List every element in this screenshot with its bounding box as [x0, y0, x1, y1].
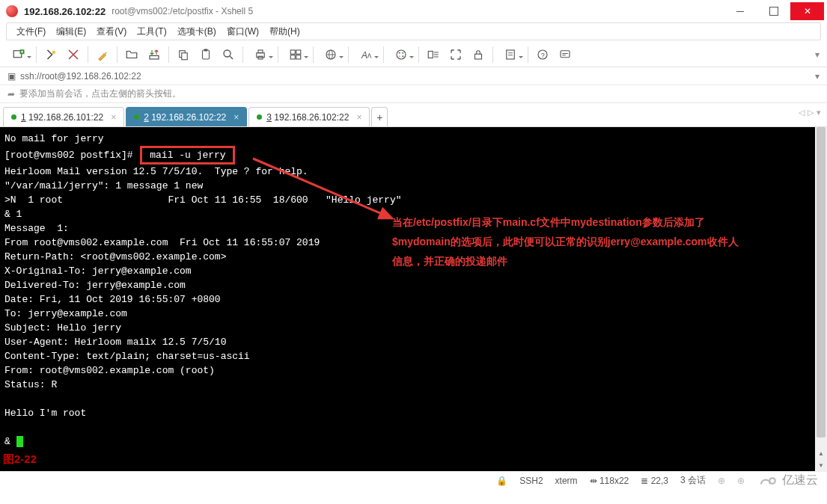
open-button[interactable]	[120, 44, 143, 65]
terminal-line: User-Agent: Heirloom mailx 12.5 7/5/10	[4, 335, 823, 349]
new-session-button[interactable]	[4, 44, 33, 65]
tab-3[interactable]: 3 192.168.26.102:22 ×	[248, 107, 370, 126]
disconnect-button[interactable]	[62, 44, 85, 65]
svg-rect-14	[290, 55, 295, 58]
menu-file[interactable]: 文件(F)	[11, 24, 51, 40]
status-bar: 🔒 SSH2 xterm ⇹ 118x22 ≣ 22,3 3 会话 ⊕ ⊕ 亿速…	[0, 471, 827, 489]
script-button[interactable]	[496, 44, 525, 65]
svg-rect-9	[257, 52, 265, 57]
lock-icon: 🔒	[496, 476, 507, 486]
tab-2-active[interactable]: 2 192.168.26.102:22 ×	[126, 107, 247, 126]
session-mgr-button[interactable]	[422, 44, 445, 65]
status-dot-icon	[257, 114, 262, 120]
address-url[interactable]: ssh://root@192.168.26.102:22	[20, 71, 141, 82]
menu-view[interactable]: 查看(V)	[91, 24, 132, 40]
tab-strip: 1 192.168.26.101:22 × 2 192.168.26.102:2…	[0, 103, 827, 127]
terminal-line: Subject: Hello jerry	[4, 321, 823, 335]
status-dot-icon	[134, 114, 139, 120]
lock-button[interactable]	[467, 44, 489, 65]
compose-button[interactable]	[554, 44, 576, 65]
tab-close-icon[interactable]: ×	[111, 112, 116, 123]
status-sessions: 3 会话	[680, 474, 706, 487]
terminal-line: "/var/mail/jerry": 1 message 1 new	[4, 179, 823, 193]
tab-close-icon[interactable]: ×	[356, 112, 361, 123]
svg-point-8	[224, 50, 231, 57]
address-bar: ▣ ssh://root@192.168.26.102:22 ▾	[0, 67, 827, 85]
status-proto: SSH2	[519, 476, 543, 486]
address-icon: ▣	[7, 71, 16, 82]
hint-text: 要添加当前会话，点击左侧的箭头按钮。	[19, 87, 181, 100]
color-scheme-button[interactable]	[387, 44, 415, 65]
tab-1[interactable]: 1 192.168.26.101:22 ×	[3, 107, 124, 126]
menubar: 文件(F) 编辑(E) 查看(V) 工具(T) 选项卡(B) 窗口(W) 帮助(…	[6, 22, 821, 40]
print-button[interactable]	[246, 44, 275, 65]
tab-nav-arrows: ◁ ▷ ▾	[799, 108, 821, 117]
annotation-text: 当在/etc/postfix/目录下main.cf文件中mydestinatio…	[392, 212, 744, 271]
svg-rect-7	[204, 49, 208, 51]
encoding-button[interactable]	[317, 44, 345, 65]
menu-tools[interactable]: 工具(T)	[132, 24, 171, 40]
font-button[interactable]: A	[352, 44, 380, 65]
highlighted-command: mail -u jerry	[140, 146, 235, 165]
svg-point-20	[399, 52, 400, 53]
svg-rect-3	[150, 55, 159, 59]
svg-point-22	[402, 55, 403, 57]
tab-add-button[interactable]: +	[371, 107, 388, 126]
menu-edit[interactable]: 编辑(E)	[51, 24, 91, 40]
hint-bar: ➦ 要添加当前会话，点击左侧的箭头按钮。	[0, 85, 827, 103]
close-button[interactable]	[790, 2, 824, 20]
svg-point-31	[769, 478, 775, 484]
reconnect-button[interactable]	[40, 44, 62, 65]
size-icon: ⇹	[590, 476, 597, 486]
toolbar: A ? ▾	[0, 42, 827, 67]
status-term-type: xterm	[555, 476, 578, 486]
layout-button[interactable]	[281, 44, 310, 65]
svg-point-2	[52, 50, 56, 54]
svg-rect-29	[561, 50, 570, 57]
titlebar: 192.168.26.102:22 root@vms002:/etc/postf…	[0, 0, 827, 22]
transfer-button[interactable]	[143, 44, 165, 65]
num-icon: ⊕	[737, 476, 745, 486]
svg-rect-15	[296, 55, 301, 58]
svg-rect-10	[258, 50, 263, 53]
title-path: root@vms002:/etc/postfix - Xshell 5	[112, 6, 253, 16]
tab-prev-icon[interactable]: ◁	[799, 108, 805, 117]
scroll-up-icon[interactable]: ▲	[815, 447, 827, 459]
hint-arrow-icon[interactable]: ➦	[7, 89, 15, 99]
scrollbar[interactable]: ▲ ▼	[815, 127, 827, 471]
scroll-down-icon[interactable]: ▼	[815, 459, 827, 471]
terminal-line: To: jerry@example.com	[4, 307, 823, 321]
svg-rect-5	[182, 52, 188, 59]
terminal-line: >N 1 root Fri Oct 11 16:55 18/600 "Hello…	[4, 193, 823, 207]
terminal-line: [root@vms002 postfix]# mail -u jerry	[4, 146, 823, 165]
properties-button[interactable]	[91, 44, 114, 65]
tab-next-icon[interactable]: ▷	[808, 108, 814, 117]
terminal-line: No mail for jerry	[4, 132, 823, 146]
minimize-button[interactable]	[723, 2, 757, 20]
maximize-button[interactable]	[757, 2, 790, 20]
find-button[interactable]	[217, 44, 239, 65]
fullscreen-button[interactable]	[445, 44, 467, 65]
svg-text:A: A	[361, 49, 367, 60]
menu-window[interactable]: 窗口(W)	[222, 24, 264, 40]
toolbar-overflow-icon[interactable]: ▾	[815, 49, 820, 60]
paste-button[interactable]	[195, 44, 217, 65]
status-dot-icon	[11, 114, 16, 120]
terminal-line: Content-Type: text/plain; charset=us-asc…	[4, 349, 823, 363]
status-size: 118x22	[599, 476, 629, 486]
terminal[interactable]: No mail for jerry[root@vms002 postfix]# …	[0, 127, 827, 471]
scroll-thumb[interactable]	[817, 127, 826, 437]
terminal-line: Hello I'm root	[4, 406, 823, 420]
tab-close-icon[interactable]: ×	[234, 112, 239, 123]
terminal-line	[4, 392, 823, 406]
xshell-app-icon	[6, 5, 18, 17]
menu-tabs[interactable]: 选项卡(B)	[172, 24, 222, 40]
address-dropdown-icon[interactable]: ▾	[815, 71, 820, 82]
svg-rect-25	[475, 54, 482, 59]
caps-icon: ⊕	[718, 476, 725, 486]
svg-point-19	[397, 50, 406, 59]
menu-help[interactable]: 帮助(H)	[264, 24, 305, 40]
help-button[interactable]: ?	[531, 44, 554, 65]
copy-button[interactable]	[172, 44, 195, 65]
terminal-wrap: No mail for jerry[root@vms002 postfix]# …	[0, 127, 827, 471]
